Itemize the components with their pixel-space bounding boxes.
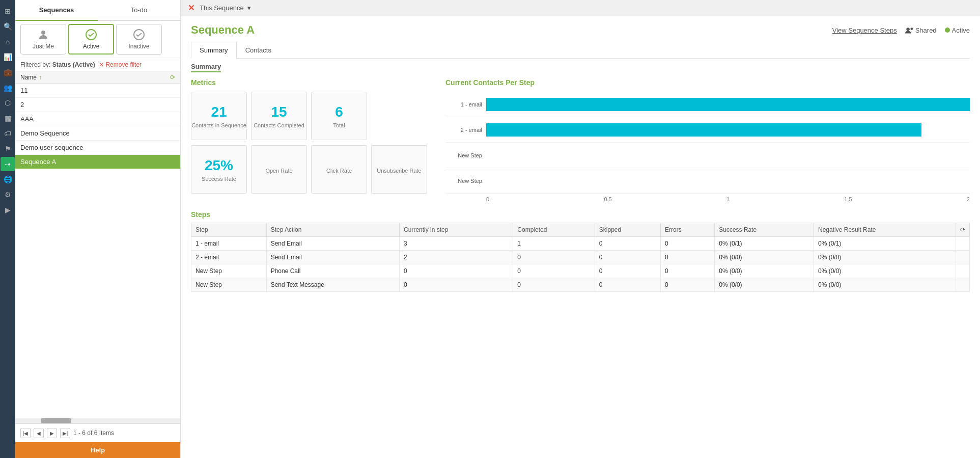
filter-buttons-row: Just Me Active Inactive bbox=[15, 21, 180, 58]
sort-icon[interactable]: ↑ bbox=[39, 74, 42, 81]
col-skipped: Skipped bbox=[595, 223, 660, 237]
chart-nav-icon[interactable]: 📊 bbox=[1, 50, 15, 64]
total-value: 6 bbox=[335, 104, 343, 120]
help-bar[interactable]: Help bbox=[15, 442, 180, 458]
x-axis-1: 1 bbox=[726, 196, 730, 202]
chart-bar-container-4 bbox=[486, 170, 970, 192]
svg-point-4 bbox=[910, 28, 913, 30]
settings-nav-icon[interactable]: ⚙ bbox=[1, 187, 15, 202]
row-1-skipped: 0 bbox=[595, 237, 660, 251]
nav-bar: ⊞ 🔍 ⌂ 📊 💼 👥 ⬡ ▦ 🏷 ⚑ ⇢ 🌐 ⚙ ▶ bbox=[0, 0, 15, 458]
close-button[interactable]: ✕ bbox=[188, 3, 194, 13]
main-tabs: Summary Contacts bbox=[191, 42, 970, 59]
sequence-nav-icon[interactable]: ⇢ bbox=[1, 157, 15, 171]
table-row: New Step Phone Call 0 0 0 0 0% (0/0) 0% … bbox=[191, 264, 970, 278]
flag-nav-icon[interactable]: ⚑ bbox=[1, 142, 15, 156]
dropdown-arrow-icon: ▾ bbox=[247, 4, 251, 12]
sequence-name-topbar[interactable]: This Sequence ▾ bbox=[200, 4, 251, 12]
open-rate-label: Open Rate bbox=[265, 168, 292, 174]
refresh-icon[interactable]: ⟳ bbox=[170, 74, 175, 81]
row-2-extra bbox=[956, 251, 970, 264]
row-1-success: 0% (0/1) bbox=[715, 237, 814, 251]
filter-active-btn[interactable]: Active bbox=[68, 24, 114, 55]
success-rate-label: Success Rate bbox=[202, 176, 236, 182]
col-completed: Completed bbox=[513, 223, 595, 237]
tab-summary[interactable]: Summary bbox=[191, 42, 237, 59]
row-2-errors: 0 bbox=[661, 251, 715, 264]
metrics-label: Metrics bbox=[191, 78, 435, 87]
sidebar-tab-sequences[interactable]: Sequences bbox=[15, 0, 98, 21]
remove-filter-link[interactable]: ✕ Remove filter bbox=[99, 61, 142, 68]
col-current: Currently in step bbox=[400, 223, 513, 237]
row-4-action: Send Text Message bbox=[266, 278, 399, 292]
steps-label: Steps bbox=[191, 210, 970, 219]
col-errors: Errors bbox=[661, 223, 715, 237]
sidebar-scroll[interactable] bbox=[15, 418, 180, 423]
tab-contacts[interactable]: Contacts bbox=[237, 42, 280, 59]
sequence-item-aaa[interactable]: AAA bbox=[15, 112, 180, 126]
filter-status-text: Filtered by: bbox=[20, 61, 50, 68]
chart-bar-container-3 bbox=[486, 145, 970, 166]
contacts-in-seq-label: Contacts in Sequence bbox=[191, 122, 246, 128]
chart-row-1: 1 - email bbox=[445, 92, 970, 117]
arrow-nav-icon[interactable]: ▶ bbox=[1, 203, 15, 217]
filter-just-me-btn[interactable]: Just Me bbox=[20, 24, 66, 55]
filter-inactive-btn[interactable]: Inactive bbox=[116, 24, 162, 55]
sidebar: Sequences To-do Just Me Active Inactive … bbox=[15, 0, 181, 458]
chart-label-1: 1 - email bbox=[445, 101, 486, 107]
search-nav-icon[interactable]: 🔍 bbox=[1, 19, 15, 34]
sequence-title: Sequence A bbox=[191, 23, 255, 37]
first-page-btn[interactable]: |◀ bbox=[20, 428, 31, 438]
sidebar-tab-todo[interactable]: To-do bbox=[98, 0, 180, 21]
row-2-skipped: 0 bbox=[595, 251, 660, 264]
content-area: Sequence A View Sequence Steps Shared Ac… bbox=[181, 16, 980, 458]
row-1-extra bbox=[956, 237, 970, 251]
sequence-item-demo-user[interactable]: Demo user sequence bbox=[15, 141, 180, 155]
sequence-item-demo[interactable]: Demo Sequence bbox=[15, 126, 180, 141]
chart-col: Current Contacts Per Step 1 - email 2 - … bbox=[445, 78, 970, 202]
chart-bar-1 bbox=[486, 98, 970, 111]
row-1-errors: 0 bbox=[661, 237, 715, 251]
layers-nav-icon[interactable]: ⬡ bbox=[1, 96, 15, 110]
metric-contacts-in-sequence: 21 Contacts in Sequence bbox=[191, 92, 247, 140]
row-3-step: New Step bbox=[191, 264, 267, 278]
row-1-step: 1 - email bbox=[191, 237, 267, 251]
sequence-item-11[interactable]: 11 bbox=[15, 84, 180, 98]
prev-page-btn[interactable]: ◀ bbox=[34, 428, 44, 438]
filter-inactive-label: Inactive bbox=[128, 43, 149, 50]
briefcase-nav-icon[interactable]: 💼 bbox=[1, 65, 15, 79]
people-nav-icon[interactable]: 👥 bbox=[1, 80, 15, 95]
row-4-errors: 0 bbox=[661, 278, 715, 292]
people-shared-icon bbox=[905, 26, 913, 34]
view-sequence-steps-link[interactable]: View Sequence Steps bbox=[832, 26, 897, 34]
globe-nav-icon[interactable]: 🌐 bbox=[1, 172, 15, 186]
chart-row-3: New Step bbox=[445, 143, 970, 168]
row-2-success: 0% (0/0) bbox=[715, 251, 814, 264]
x-axis-15: 1.5 bbox=[844, 196, 852, 202]
bar-nav-icon[interactable]: ▦ bbox=[1, 111, 15, 125]
tag-nav-icon[interactable]: 🏷 bbox=[1, 126, 15, 141]
col-step: Step bbox=[191, 223, 267, 237]
table-refresh-icon[interactable]: ⟳ bbox=[960, 226, 965, 233]
steps-table-header-row: Step Step Action Currently in step Compl… bbox=[191, 223, 970, 237]
grid-nav-icon[interactable]: ⊞ bbox=[1, 4, 15, 18]
row-1-negative: 0% (0/1) bbox=[814, 237, 956, 251]
chart-x-axis: 0 0.5 1 1.5 2 bbox=[445, 194, 970, 202]
metric-unsubscribe-rate: Unsubscribe Rate bbox=[371, 145, 427, 194]
filter-just-me-label: Just Me bbox=[33, 43, 54, 50]
chart-label-4: New Step bbox=[445, 178, 486, 184]
next-page-btn[interactable]: ▶ bbox=[47, 428, 57, 438]
home-nav-icon[interactable]: ⌂ bbox=[1, 35, 15, 49]
name-column-header: Name bbox=[20, 74, 37, 81]
last-page-btn[interactable]: ▶| bbox=[60, 428, 70, 438]
metrics-row-2: 25% Success Rate Open Rate Click Rate Un… bbox=[191, 145, 435, 194]
contacts-completed-value: 15 bbox=[271, 104, 287, 120]
steps-table-body: 1 - email Send Email 3 1 0 0 0% (0/1) 0%… bbox=[191, 237, 970, 292]
sequence-item-2[interactable]: 2 bbox=[15, 98, 180, 112]
row-3-errors: 0 bbox=[661, 264, 715, 278]
tab-sub-header: Summary bbox=[191, 63, 221, 72]
sequence-item-sequence-a[interactable]: Sequence A bbox=[15, 155, 180, 169]
x-axis-0: 0 bbox=[486, 196, 489, 202]
main-panel: ✕ This Sequence ▾ Sequence A View Sequen… bbox=[181, 0, 980, 458]
chart-title: Current Contacts Per Step bbox=[445, 78, 970, 87]
